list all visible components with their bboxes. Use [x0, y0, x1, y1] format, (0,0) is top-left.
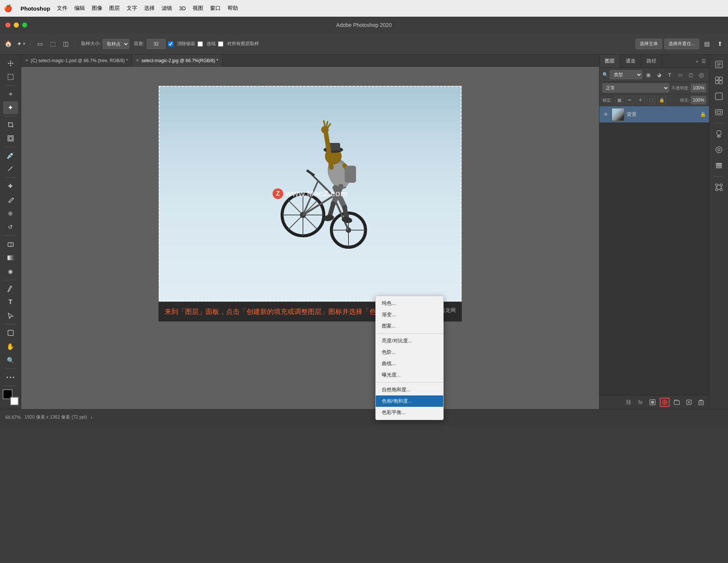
close-button[interactable] — [5, 22, 11, 28]
menu-view[interactable]: 视图 — [193, 5, 203, 12]
fill-input[interactable] — [691, 96, 706, 104]
tool-ruler[interactable] — [3, 163, 18, 176]
panel-tab-layers[interactable]: 图层 — [599, 55, 620, 67]
tolerance-input[interactable] — [147, 39, 166, 49]
tool-lasso[interactable]: ⌖ — [3, 88, 18, 100]
tool-marquee[interactable] — [3, 71, 18, 83]
all-layers-checkbox[interactable] — [218, 41, 223, 47]
tool-history[interactable]: ↺ — [3, 221, 18, 234]
background-swatch[interactable] — [10, 397, 19, 405]
lock-pixel-btn[interactable]: ▦ — [615, 96, 623, 104]
lock-artboard-btn[interactable]: ⬚ — [647, 96, 655, 104]
filter-toggle-icon[interactable]: ◎ — [697, 70, 706, 79]
anti-alias-checkbox[interactable] — [168, 41, 173, 47]
select-subject-button[interactable]: 选择主体 — [635, 39, 662, 49]
tool-path-select[interactable] — [3, 309, 18, 322]
menu-text[interactable]: 文字 — [127, 5, 137, 12]
tool-dropdown-arrow[interactable]: ▼ — [22, 42, 26, 46]
filter-shape-icon[interactable]: ▭ — [676, 70, 685, 79]
filter-type-icon[interactable]: T — [665, 70, 674, 79]
dropdown-item-gradient[interactable]: 渐变... — [376, 309, 443, 320]
tool-eraser[interactable] — [3, 238, 18, 251]
home-icon[interactable]: 🏠 — [3, 39, 14, 49]
arrange-icon[interactable]: ▤ — [701, 39, 712, 49]
panel-square-icon[interactable] — [712, 89, 726, 103]
lock-position-btn[interactable]: ✛ — [636, 96, 645, 104]
tab-2[interactable]: ✕ select-magic-2.jpg @ 66.7%(RGB/8) * — [132, 55, 222, 66]
tool-zoom[interactable]: 🔍 — [3, 354, 18, 367]
menu-image[interactable]: 图像 — [92, 5, 102, 12]
rectangular-marquee-icon[interactable]: ▭ — [35, 39, 45, 49]
opacity-input[interactable] — [691, 84, 706, 92]
select-refine-button[interactable]: 选择并遮住... — [664, 39, 699, 49]
filter-smart-icon[interactable]: ◫ — [686, 70, 695, 79]
panel-node-icon[interactable] — [712, 180, 726, 194]
sample-size-select[interactable]: 取样点 — [103, 39, 129, 49]
layer-filter-select[interactable]: 类型 — [610, 70, 642, 79]
tool-shape[interactable] — [3, 326, 18, 339]
tool-more[interactable]: • • • — [3, 371, 18, 384]
tool-type[interactable]: T — [3, 296, 18, 309]
tab-1-close[interactable]: ✕ — [25, 58, 28, 63]
menu-filter[interactable]: 滤镜 — [162, 5, 172, 12]
panel-tab-paths[interactable]: 路径 — [641, 55, 662, 67]
menu-window[interactable]: 窗口 — [210, 5, 221, 12]
layer-new-button[interactable] — [684, 398, 694, 407]
panel-history-icon[interactable] — [712, 58, 726, 71]
layer-item-background[interactable]: 👁 背景 🔒 — [599, 106, 709, 123]
panel-layers-stack-icon[interactable] — [712, 159, 726, 173]
filter-adjust-icon[interactable]: ◕ — [654, 70, 664, 79]
panel-brush-circle-icon[interactable] — [712, 143, 726, 157]
tool-hand[interactable]: ✋ — [3, 340, 18, 353]
layer-group-button[interactable] — [672, 398, 682, 407]
tool-move[interactable] — [3, 57, 18, 70]
menu-help[interactable]: 帮助 — [228, 5, 238, 12]
layer-adjustment-button[interactable] — [660, 398, 670, 407]
dropdown-item-vibrance[interactable]: 自然饱和度... — [376, 384, 443, 395]
tool-gradient[interactable] — [3, 251, 18, 264]
layer-mask-button[interactable] — [648, 398, 657, 407]
lock-all-btn[interactable]: 🔒 — [657, 96, 666, 104]
panel-lightbulb-icon[interactable] — [712, 127, 726, 141]
menu-3d[interactable]: 3D — [179, 5, 186, 11]
menu-file[interactable]: 文件 — [57, 5, 67, 12]
app-menu[interactable]: Photoshop — [20, 5, 50, 12]
tool-clone[interactable]: ⊕ — [3, 207, 18, 220]
dropdown-item-levels[interactable]: 色阶... — [376, 347, 443, 358]
maximize-button[interactable] — [22, 22, 27, 28]
dropdown-item-curves[interactable]: 曲线... — [376, 358, 443, 369]
lock-paint-btn[interactable]: ✏ — [626, 96, 634, 104]
tab-1[interactable]: ✕ (C) select-magic-1.psd @ 66.7% (tree, … — [21, 55, 132, 66]
layer-fx-button[interactable]: fx — [635, 398, 645, 407]
tool-eyedropper[interactable]: 💉 — [3, 149, 18, 162]
tool-magic-wand[interactable]: ✦ — [3, 101, 18, 114]
menu-edit[interactable]: 编辑 — [74, 5, 85, 12]
dropdown-item-color-balance[interactable]: 色彩平衡... — [376, 407, 443, 418]
panel-grid-icon[interactable] — [712, 74, 726, 87]
dropdown-item-hue-saturation[interactable]: 色相/饱和度... — [376, 395, 443, 407]
filter-pixel-icon[interactable]: ▣ — [644, 70, 653, 79]
dropdown-item-exposure[interactable]: 曝光度... — [376, 369, 443, 381]
apple-menu[interactable]: 🍎 — [4, 4, 12, 13]
contiguous-checkbox[interactable] — [198, 41, 203, 47]
tool-frame[interactable] — [3, 132, 18, 145]
layer-visibility-icon[interactable]: 👁 — [602, 111, 609, 118]
dropdown-item-solid-color[interactable]: 纯色... — [376, 298, 443, 309]
menu-select[interactable]: 选择 — [144, 5, 155, 12]
lasso-icon[interactable]: ◫ — [60, 39, 71, 49]
panel-menu-icon[interactable]: ☰ — [701, 58, 706, 64]
menu-layer[interactable]: 图层 — [109, 5, 120, 12]
tool-selector[interactable]: ✦ ▼ — [16, 39, 27, 49]
tool-pen[interactable] — [3, 282, 18, 295]
dropdown-item-pattern[interactable]: 图案... — [376, 320, 443, 332]
tool-blur[interactable]: ◉ — [3, 265, 18, 278]
panel-adjust-icon[interactable] — [712, 105, 726, 119]
panel-expand-icon[interactable]: » — [696, 58, 698, 64]
dropdown-item-brightness[interactable]: 亮度/对比度... — [376, 335, 443, 347]
share-icon[interactable]: ⬆ — [714, 39, 725, 49]
statusbar-arrow[interactable]: › — [91, 415, 92, 420]
panel-tab-channels[interactable]: 通道 — [620, 55, 641, 67]
blend-mode-select[interactable]: 正常 — [602, 83, 669, 93]
tool-healing[interactable]: ✚ — [3, 180, 18, 193]
tool-crop[interactable] — [3, 118, 18, 131]
